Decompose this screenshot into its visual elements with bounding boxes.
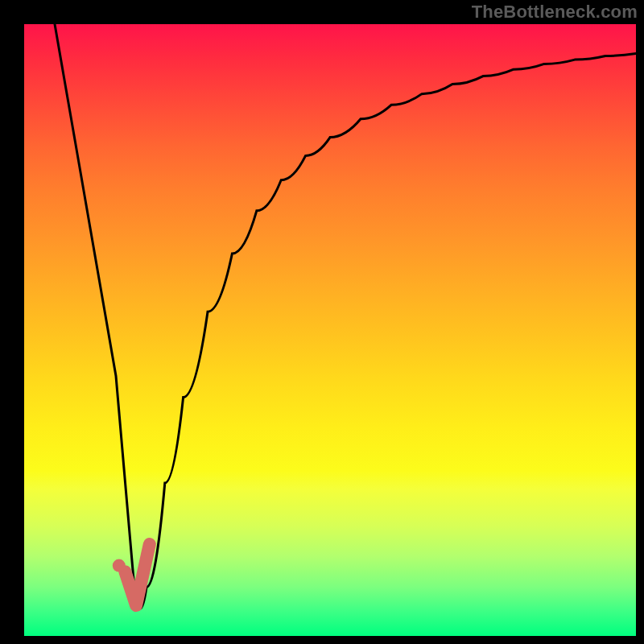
chart-container: TheBottleneck.com [0, 0, 644, 644]
watermark: TheBottleneck.com [472, 2, 638, 23]
plot-svg [24, 24, 636, 636]
curve-right-branch [134, 53, 636, 608]
optimum-dot-marker [113, 559, 126, 572]
plot-area [24, 24, 636, 636]
curve-left-branch [55, 24, 134, 587]
